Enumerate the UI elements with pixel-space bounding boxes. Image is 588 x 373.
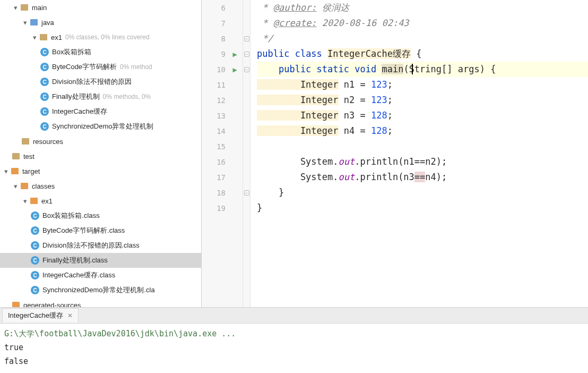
svg-rect-2 [40, 34, 47, 40]
tree-item-main[interactable]: ▾main [0, 0, 201, 15]
tree-item-division[interactable]: CDivision除法不报错的原因 [0, 74, 201, 89]
code-line: Integer n1 = 123; [257, 77, 588, 92]
code-line [257, 139, 588, 154]
tree-label: main [32, 4, 47, 12]
class-icon: C [40, 63, 49, 71]
tree-label: IntegerCache缓存 [52, 107, 107, 116]
run-console: IntegerCache缓存 ✕ G:\大学\football\JavaDev2… [0, 307, 588, 371]
svg-rect-3 [22, 138, 29, 145]
tree-item-divisioncls[interactable]: CDivision除法不报错的原因.class [0, 238, 201, 253]
tree-label: Finally处理机制 [52, 92, 100, 101]
tree-item-finally[interactable]: CFinally处理机制0% methods, 0% [0, 89, 201, 104]
class-icon: C [40, 92, 49, 101]
gutter[interactable]: 6 7 8 9▶ 10▶ 11 12 13 14 15 16 17 18 19 [202, 0, 243, 307]
line-number: 14 [217, 127, 226, 135]
editor[interactable]: 6 7 8 9▶ 10▶ 11 12 13 14 15 16 17 18 19 … [202, 0, 588, 307]
tree-item-ex1classes[interactable]: ▾ex1 [0, 193, 201, 208]
tree-item-gensources[interactable]: generated-sources [0, 298, 201, 307]
folder-icon [30, 18, 38, 27]
code-line: System.out.println(n1==n2); [257, 154, 588, 169]
svg-rect-0 [21, 4, 28, 11]
tree-item-classes[interactable]: ▾classes [0, 179, 201, 193]
tree-label: ex1 [51, 33, 62, 41]
code-content[interactable]: * @author: 侯润达 * @create: 2020-08-16 02:… [250, 0, 588, 307]
line-number: 7 [221, 19, 226, 28]
folder-icon [30, 197, 38, 205]
code-line: } [257, 200, 588, 216]
tree-item-ex1[interactable]: ▾ex10% classes, 0% lines covered [0, 30, 201, 45]
class-icon: C [31, 241, 39, 250]
chevron-down-icon: ▾ [12, 182, 19, 190]
console-tabs: IntegerCache缓存 ✕ [0, 308, 588, 324]
line-number: 6 [221, 4, 226, 12]
code-line: System.out.println(n3==n4); [257, 169, 588, 185]
code-line: * @create: 2020-08-16 02:43 [257, 15, 588, 31]
tree-item-finallycls[interactable]: CFinally处理机制.class [0, 253, 201, 268]
tree-item-box[interactable]: CBox装箱拆箱 [0, 45, 201, 60]
line-number: 12 [217, 96, 226, 105]
line-number: 13 [217, 112, 226, 120]
code-line: } [257, 185, 588, 200]
code-line: Integer n2 = 123; [257, 92, 588, 108]
tree-item-integercachecls[interactable]: CIntegerCache缓存.class [0, 268, 201, 283]
code-line: Integer n3 = 128; [257, 108, 588, 123]
tree-label: Finally处理机制.class [42, 256, 108, 265]
chevron-down-icon: ▾ [31, 33, 38, 41]
folder-icon [11, 167, 19, 175]
tree-label: ByteCode字节码解析 [52, 62, 117, 72]
tree-item-syncdemocls[interactable]: CSynchronizedDemo异常处理机制.cla [0, 283, 201, 298]
tree-item-bytecodecls[interactable]: CByteCode字节码解析.class [0, 223, 201, 238]
line-number: 15 [217, 142, 226, 151]
tree-item-bytecode[interactable]: CByteCode字节码解析0% method [0, 60, 201, 74]
tree-item-test[interactable]: test [0, 149, 201, 164]
chevron-down-icon: ▾ [2, 167, 10, 175]
chevron-down-icon: ▾ [12, 4, 19, 11]
tree-item-resources[interactable]: resources [0, 134, 201, 149]
code-line: */ [257, 31, 588, 46]
console-tab[interactable]: IntegerCache缓存 ✕ [2, 308, 79, 323]
coverage-hint: 0% methods, 0% [103, 93, 151, 100]
class-icon: C [31, 271, 39, 279]
tree-label: Division除法不报错的原因 [52, 77, 132, 87]
run-gutter-icon[interactable]: ▶ [233, 50, 237, 58]
folder-icon [20, 3, 29, 12]
svg-rect-1 [30, 19, 38, 26]
project-tree[interactable]: ▾main ▾java ▾ex10% classes, 0% lines cov… [0, 0, 202, 307]
tree-label: java [41, 19, 54, 27]
current-line: public static void main(String[] args) { [257, 62, 588, 77]
tree-item-java[interactable]: ▾java [0, 15, 201, 30]
class-icon: C [31, 286, 39, 294]
tree-label: Division除法不报错的原因.class [42, 241, 140, 250]
class-icon: C [40, 122, 49, 131]
svg-rect-7 [30, 198, 38, 204]
tree-item-integercache[interactable]: CIntegerCache缓存 [0, 104, 201, 119]
fold-toggle-icon[interactable]: – [244, 36, 249, 41]
svg-rect-4 [12, 153, 20, 159]
output-line: true [4, 341, 584, 354]
class-icon: C [31, 226, 39, 235]
tree-item-target[interactable]: ▾target [0, 164, 201, 179]
tree-label: generated-sources [23, 301, 81, 308]
chevron-down-icon: ▾ [21, 197, 29, 205]
tree-item-boxcls[interactable]: CBox装箱拆箱.class [0, 208, 201, 223]
class-icon: C [40, 78, 49, 86]
fold-toggle-icon[interactable]: – [244, 67, 249, 72]
line-number: 18 [217, 189, 226, 197]
tree-label: Box装箱拆箱 [52, 47, 91, 57]
class-icon: C [31, 256, 39, 265]
tree-label: SynchronizedDemo异常处理机制 [52, 122, 153, 131]
run-gutter-icon[interactable]: ▶ [233, 65, 237, 74]
tree-item-syncdemo[interactable]: CSynchronizedDemo异常处理机制 [0, 119, 201, 134]
fold-toggle-icon[interactable]: – [244, 190, 249, 196]
folder-icon [21, 137, 30, 146]
chevron-down-icon: ▾ [21, 19, 29, 26]
fold-strip[interactable]: – – – – [243, 0, 250, 307]
tree-label: classes [32, 182, 55, 190]
tree-label: ex1 [41, 197, 53, 205]
line-number: 17 [217, 173, 226, 182]
console-output[interactable]: G:\大学\football\JavaDev2016\jdk\bin\java.… [0, 324, 588, 371]
svg-rect-5 [11, 168, 19, 174]
output-line: false [4, 354, 584, 368]
fold-toggle-icon[interactable]: – [244, 52, 249, 57]
close-icon[interactable]: ✕ [67, 312, 73, 319]
